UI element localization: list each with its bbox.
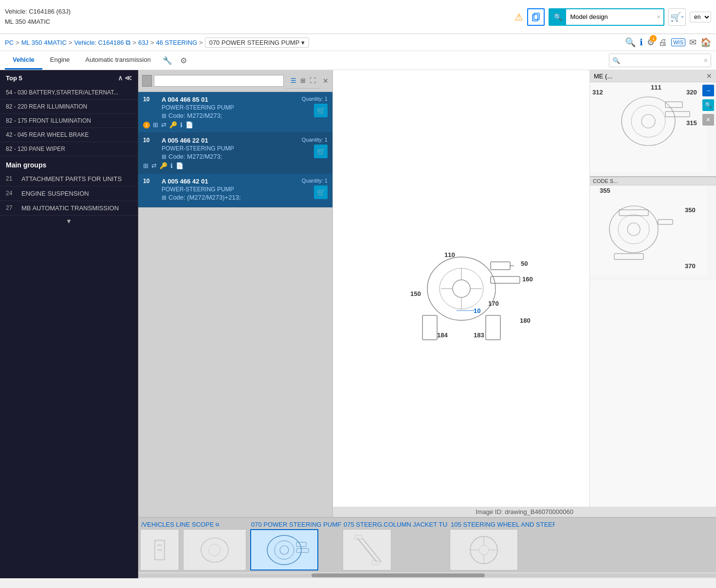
qty-area-0: Quantity: 1 🛒 <box>302 96 328 117</box>
part-action-info-0[interactable]: ℹ <box>180 121 183 129</box>
sidebar-item-2[interactable]: 82 - 175 FRONT ILLUMINATION <box>0 114 138 128</box>
main-group-21[interactable]: 21 ATTACHMENT PARTS FOR UNITS <box>0 172 138 186</box>
svg-rect-37 <box>658 220 673 224</box>
thumb-extlink-0[interactable]: ⧉ <box>216 522 219 528</box>
filter-icon[interactable]: ⚙ 1 <box>647 37 655 48</box>
part-item-1: 10 A 005 466 22 01 POWER-STEERING PUMP ⊞… <box>138 133 332 174</box>
right-icon-2[interactable]: 🔍 <box>702 99 714 111</box>
top-search-clear[interactable]: × <box>654 12 663 21</box>
print-icon[interactable]: 🖨 <box>659 37 667 48</box>
warning-icon[interactable]: ⚠ <box>514 11 523 23</box>
parts-filter-box[interactable] <box>154 75 284 87</box>
thumb-img-3[interactable] <box>450 529 518 570</box>
main-group-27[interactable]: 27 MB AUTOMATIC TRANSMISSION <box>0 201 138 216</box>
right-panel-close[interactable]: ✕ <box>706 72 712 80</box>
part-action-key-0[interactable]: 🔑 <box>169 121 177 129</box>
wis-icon[interactable]: WIS <box>671 38 685 46</box>
svg-point-33 <box>609 206 658 253</box>
svg-text:180: 180 <box>520 317 531 324</box>
thumb-label-2[interactable]: 075 STEERG.COLUMN JACKET TUBE & STEERG. … <box>341 520 448 529</box>
sidebar-item-0[interactable]: 54 - 030 BATTERY,STARTER/ALTERNAT... <box>0 86 138 100</box>
tab-search-input[interactable] <box>623 56 701 65</box>
sidebar-item-4[interactable]: 82 - 120 PANE WIPER <box>0 142 138 156</box>
part-action-key-1[interactable]: 🔑 <box>160 162 167 169</box>
tab-search-clear[interactable]: × <box>701 55 711 65</box>
right-icon-3[interactable]: ✕ <box>702 114 714 126</box>
sidebar-item-3[interactable]: 42 - 045 REAR WHEEL BRAKE <box>0 128 138 142</box>
thumb-img-1[interactable] <box>250 529 318 570</box>
breadcrumb-dropdown-icon[interactable]: ▾ <box>301 39 305 46</box>
breadcrumb-steering[interactable]: 46 STEERING <box>156 39 198 46</box>
top-search-button[interactable]: 🔍 <box>550 9 566 25</box>
part-name-1: POWER-STEERING PUMP <box>162 145 298 152</box>
tab-automatic-transmission[interactable]: Automatic transmission <box>77 51 158 70</box>
scrollbar-thumb[interactable] <box>312 573 485 577</box>
scrollbar-track[interactable] <box>138 573 716 577</box>
tab-wrench-icon[interactable]: 🔧 <box>159 53 176 68</box>
breadcrumb-vehicle[interactable]: Vehicle: C164186 <box>74 39 124 46</box>
main-group-24[interactable]: 24 ENGINE SUSPENSION <box>0 186 138 201</box>
top5-header: Top 5 ∧ ≪ <box>0 70 138 86</box>
copy-button[interactable] <box>527 8 545 26</box>
list-view-icon[interactable]: ☰ <box>290 76 297 85</box>
parts-list-container: ☰ ⊞ ⛶ ✕ 10 A 004 466 85 01 POWER-STEERI <box>138 70 333 517</box>
part-action-tools-0[interactable]: ⊞ <box>153 121 158 129</box>
parts-scroll: 10 A 004 466 85 01 POWER-STEERING PUMP ⊞… <box>138 92 332 207</box>
thumb-label-0[interactable]: /VEHICLES LINE SCOPE ⧉ <box>138 520 231 529</box>
home-icon[interactable]: 🏠 <box>700 37 711 48</box>
tab-vehicle[interactable]: Vehicle <box>5 51 42 70</box>
part-detail-2: ⊞ Code: (M272/M273)+213; <box>162 194 298 201</box>
parts-list-header: ☰ ⊞ ⛶ ✕ <box>138 70 332 92</box>
svg-text:183: 183 <box>474 331 484 339</box>
tab-search-button[interactable]: 🔍 <box>609 56 623 65</box>
collapse-icons[interactable]: ∧ ≪ <box>118 74 132 82</box>
diagram-svg: 50 110 160 170 180 <box>379 208 544 369</box>
bottom-scrollbar[interactable] <box>138 572 716 578</box>
tab-settings-icon[interactable]: ⚙ <box>176 53 191 68</box>
expand-view-icon[interactable]: ⛶ <box>309 76 317 85</box>
part-action-arrows-1[interactable]: ⇄ <box>151 162 157 169</box>
copy-vehicle-icon[interactable]: ⧉ <box>126 38 130 47</box>
part-action-doc-0[interactable]: 📄 <box>185 121 193 129</box>
mail-icon[interactable]: ✉ <box>689 37 697 48</box>
parts-close-icon[interactable]: ✕ <box>323 77 329 85</box>
thumb-label-3[interactable]: 105 STEERING WHEEL AND STEERING WHEEL LO… <box>448 520 555 529</box>
svg-text:150: 150 <box>410 290 421 297</box>
thumb-img-2[interactable] <box>343 529 391 570</box>
diagram-main: 50 110 160 170 180 <box>333 70 716 507</box>
sidebar-item-1[interactable]: 82 - 220 REAR ILLUMINATION <box>0 100 138 114</box>
view-icons: ☰ ⊞ ⛶ <box>286 73 321 89</box>
thumb-img-0a[interactable] <box>140 529 179 570</box>
table-icon-1: ⊞ <box>162 153 166 160</box>
svg-point-2 <box>427 257 496 320</box>
part-action-doc-1[interactable]: 📄 <box>176 162 184 169</box>
filter-checkbox[interactable] <box>142 75 152 87</box>
breadcrumb-63j[interactable]: 63J <box>138 39 148 46</box>
zoom-icon[interactable]: 🔍 <box>625 37 636 48</box>
add-to-cart-0[interactable]: 🛒 <box>314 104 328 117</box>
top-search-input[interactable] <box>566 11 654 22</box>
part-action-arrows-0[interactable]: ⇄ <box>161 121 166 129</box>
grid-view-icon[interactable]: ⊞ <box>299 76 307 85</box>
part-action-info-1[interactable]: ℹ <box>170 162 173 169</box>
add-to-cart-1[interactable]: 🛒 <box>314 145 328 158</box>
cart-button[interactable]: 🛒+ <box>668 8 686 26</box>
part-action-tools-1[interactable]: ⊞ <box>143 162 148 169</box>
breadcrumb-ml350[interactable]: ML 350 4MATIC <box>21 39 67 46</box>
svg-point-34 <box>618 215 649 244</box>
breadcrumb-pc[interactable]: PC <box>5 39 14 46</box>
part-actions-1: ⊞ ⇄ 🔑 ℹ 📄 <box>143 162 328 169</box>
tab-engine[interactable]: Engine <box>42 51 77 70</box>
breadcrumb-current[interactable]: 070 POWER STEERING PUMP ▾ <box>205 37 310 48</box>
main-groups-header: Main groups <box>0 156 138 172</box>
svg-text:312: 312 <box>592 89 603 96</box>
part-detail-0: ⊞ Code: M272/M273; <box>162 112 298 119</box>
right-icon-1[interactable]: → <box>702 85 714 96</box>
add-to-cart-2[interactable]: 🛒 <box>314 185 328 199</box>
thumb-img-0b[interactable] <box>183 529 246 570</box>
info-icon[interactable]: ℹ <box>640 37 643 48</box>
language-select[interactable]: en de fr <box>690 12 711 22</box>
thumb-label-1[interactable]: 070 POWER STEERING PUMP ⧉ <box>248 520 341 529</box>
svg-rect-51 <box>296 549 309 552</box>
sidebar-scroll-down[interactable]: ▼ <box>0 216 138 227</box>
